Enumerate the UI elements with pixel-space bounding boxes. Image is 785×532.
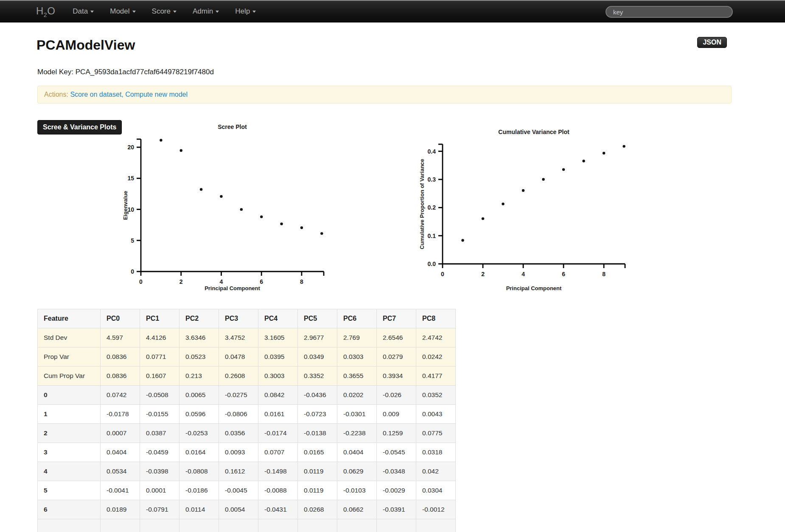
table-cell: 0.0395 [258, 347, 298, 367]
table-cell: 0.0054 [219, 500, 258, 519]
y-tick-label: 0.2 [428, 204, 436, 211]
table-cell: -0.0088 [258, 481, 298, 500]
model-key-value: PCA_9593da1acfd77cfaf644978219f7480d [76, 68, 214, 76]
table-cell: -0.0301 [337, 405, 377, 424]
table-cell: -0.0138 [298, 424, 337, 443]
table-row: 5-0.00410.0001-0.0186-0.0045-0.00880.011… [38, 481, 456, 500]
data-point [260, 216, 263, 218]
table-cell: 0.0043 [416, 405, 456, 424]
action-score-on-dataset[interactable]: Score on dataset [70, 91, 121, 98]
column-header: PC6 [337, 309, 377, 328]
table-cell: 2.6546 [377, 328, 416, 347]
y-tick-label: 0 [131, 268, 134, 275]
caret-down-icon [252, 11, 256, 13]
table-cell: 0.1612 [219, 462, 258, 481]
table-cell: 2.9677 [298, 328, 337, 347]
table-cell: 0.0478 [219, 347, 258, 367]
data-point [542, 178, 544, 181]
table-cell: 3.6346 [179, 328, 219, 347]
column-header: PC5 [298, 309, 337, 328]
column-header: PC8 [416, 309, 456, 328]
menu-item-model[interactable]: Model [102, 7, 143, 16]
caret-down-icon [132, 11, 136, 13]
table-row: 00.0742-0.05080.0065-0.02750.0842-0.0436… [38, 386, 456, 405]
row-label: 1 [38, 405, 101, 424]
row-label: 3 [38, 443, 101, 462]
table-cell: 3.4752 [219, 328, 258, 347]
table-cell: -0.0431 [258, 500, 298, 519]
table-cell: 4.4126 [140, 328, 179, 347]
data-point [522, 189, 524, 192]
table-cell: -0.0253 [179, 424, 219, 443]
table-body: Std Dev4.5974.41263.63463.47523.16052.96… [38, 328, 456, 532]
table-cell: -0.0791 [140, 500, 179, 519]
table-cell: 0.0119 [298, 462, 337, 481]
page-title: PCAModelView [36, 37, 135, 53]
x-tick-label: 0 [139, 278, 143, 285]
row-label: 4 [38, 462, 101, 481]
row-label: 0 [38, 386, 101, 405]
table-row: 30.0404-0.04590.01640.00930.07070.01650.… [38, 443, 456, 462]
x-tick-label: 2 [179, 278, 183, 285]
table-cell: -0.0398 [140, 462, 179, 481]
table-cell: 0.0189 [101, 500, 140, 519]
table-cell: -0.0012 [416, 500, 456, 519]
row-label: 2 [38, 424, 101, 443]
table-cell [101, 519, 140, 532]
json-button[interactable]: JSON [697, 37, 727, 48]
model-key: Model Key: PCA_9593da1acfd77cfaf64497821… [37, 68, 214, 76]
table-cell: 0.0662 [337, 500, 377, 519]
data-point [603, 152, 605, 154]
table-cell: -0.0723 [298, 405, 337, 424]
table-cell: 0.213 [179, 367, 219, 386]
menu-item-help[interactable]: Help [227, 7, 264, 16]
table-cell: 0.0349 [298, 347, 337, 367]
search-input[interactable] [606, 6, 733, 18]
column-header: PC7 [377, 309, 416, 328]
table-cell [416, 519, 456, 532]
y-tick-label: 0.1 [428, 232, 436, 239]
data-point [220, 195, 222, 198]
table-cell: 0.0164 [179, 443, 219, 462]
y-tick-label: 0.4 [428, 148, 436, 155]
x-axis-title: Principal Component [506, 285, 562, 291]
x-tick-label: 6 [562, 271, 565, 277]
caret-down-icon [90, 11, 94, 13]
table-cell: 0.0114 [179, 500, 219, 519]
table-cell [377, 519, 416, 532]
table-cell: 2.4742 [416, 328, 456, 347]
table-cell: 0.0165 [298, 443, 337, 462]
table-cell: 4.597 [101, 328, 140, 347]
table-cell: 0.0161 [258, 405, 298, 424]
x-tick-label: 8 [300, 278, 303, 285]
data-point [300, 227, 303, 229]
chart-title: Scree Plot [218, 123, 247, 130]
y-axis-title: Eigenvalue [122, 191, 129, 220]
table-row: 1-0.0178-0.01550.0596-0.08060.0161-0.072… [38, 405, 456, 424]
caret-down-icon [173, 11, 177, 13]
data-point [502, 202, 504, 205]
x-tick-label: 8 [602, 271, 606, 277]
table-cell [337, 519, 377, 532]
table-cell: 0.0404 [337, 443, 377, 462]
column-header: PC3 [219, 309, 258, 328]
data-point [280, 222, 283, 225]
y-tick-label: 15 [127, 175, 134, 182]
menu-item-score[interactable]: Score [144, 7, 185, 16]
table-header: FeaturePC0PC1PC2PC3PC4PC5PC6PC7PC8 [38, 309, 456, 328]
column-header: PC1 [140, 309, 179, 328]
menu-item-data[interactable]: Data [64, 7, 102, 16]
y-tick-label: 0.0 [428, 260, 436, 267]
data-point [622, 145, 625, 148]
table-cell: 0.0268 [298, 500, 337, 519]
h2o-logo[interactable]: H2O [36, 5, 55, 18]
table-cell: 0.0836 [101, 367, 140, 386]
plots-section: Scree & Variance Plots 0246805101520Scre… [37, 106, 785, 310]
table-cell: -0.0275 [219, 386, 258, 405]
table-cell: 0.009 [377, 405, 416, 424]
table-cell: -0.0103 [337, 481, 377, 500]
action-compute-new-model[interactable]: Compute new model [125, 91, 188, 98]
pca-components-table: FeaturePC0PC1PC2PC3PC4PC5PC6PC7PC8 Std D… [37, 309, 456, 532]
menu-item-admin[interactable]: Admin [185, 7, 227, 16]
table-row: Std Dev4.5974.41263.63463.47523.16052.96… [38, 328, 456, 347]
